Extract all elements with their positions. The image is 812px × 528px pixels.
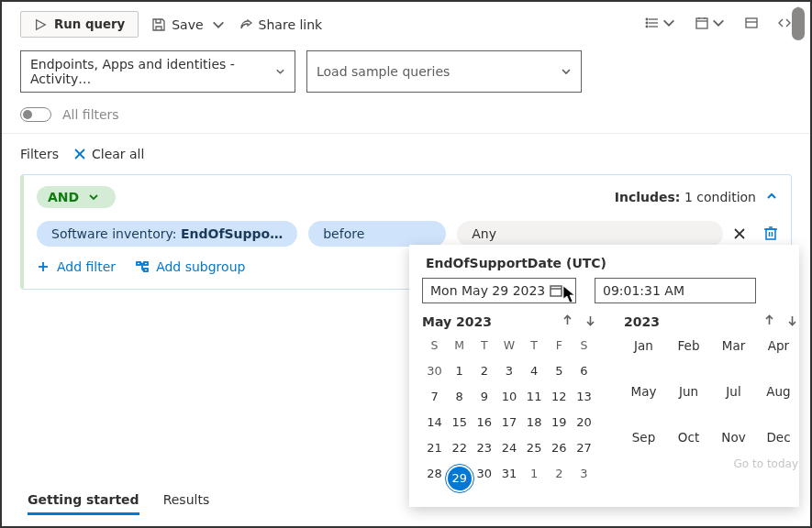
calendar-day[interactable]: 30 [472,460,496,496]
month-cell[interactable]: May [624,384,663,399]
dow-header: S [572,335,596,358]
filter-operator-pill[interactable]: before [308,221,446,247]
calendar-day[interactable]: 9 [472,383,496,409]
filters-title: Filters [20,147,59,161]
code-toolbar-button[interactable] [777,16,792,33]
clear-value-button[interactable] [727,221,752,247]
clear-all-button[interactable]: Clear all [73,147,144,161]
plus-icon [37,260,50,273]
calendar-day[interactable]: 8 [447,383,472,409]
calendar-day[interactable]: 2 [547,460,572,496]
dow-header: M [447,335,472,358]
calendar-day[interactable]: 12 [547,383,572,409]
month-cell[interactable]: Jan [624,338,663,353]
delete-filter-button[interactable] [763,225,778,244]
calendar-day[interactable]: 19 [547,409,572,434]
month-cell[interactable]: Mar [714,338,753,353]
scope-select[interactable]: Endpoints, Apps and identities - Activit… [20,50,295,93]
all-filters-toggle[interactable] [20,107,51,122]
month-cell[interactable]: Aug [759,384,798,399]
svg-point-4 [646,18,648,20]
card-toolbar-button[interactable] [744,16,759,33]
calendar-day[interactable]: 10 [496,383,521,409]
arrow-down-icon [584,314,596,326]
share-icon [239,17,253,32]
scope-select-label: Endpoints, Apps and identities - Activit… [30,57,275,86]
month-cell[interactable]: Apr [759,338,798,353]
list-view-button[interactable] [645,16,676,33]
calendar-day[interactable]: 1 [522,460,547,496]
calendar-day[interactable]: 3 [496,358,521,383]
calendar-day[interactable]: 30 [422,358,447,383]
month-cell[interactable]: Jul [714,384,753,399]
calendar-day[interactable]: 29 [447,460,472,496]
filter-value-pill[interactable]: Any [457,221,723,247]
calendar-day[interactable]: 13 [572,383,596,409]
save-icon [151,17,166,32]
calendar-day[interactable]: 11 [522,383,547,409]
add-filter-button[interactable]: Add filter [37,259,116,274]
tab-bar: Getting started Results [28,492,209,515]
calendar-day[interactable]: 24 [496,434,521,460]
sample-queries-select[interactable]: Load sample queries [306,50,582,93]
svg-rect-26 [144,269,148,271]
calendar-day[interactable]: 15 [447,409,472,434]
add-filter-label: Add filter [57,259,116,274]
svg-point-5 [646,22,648,24]
month-cell[interactable]: Jun [669,384,708,399]
calendar-day[interactable]: 18 [522,409,547,434]
calendar-day[interactable]: 5 [547,358,572,383]
run-query-button[interactable]: Run query [20,11,139,38]
calendar-day[interactable]: 31 [496,460,521,496]
calendar-toolbar-button[interactable] [695,16,726,33]
calendar-day[interactable]: 27 [572,434,596,460]
calendar-day[interactable]: 22 [447,434,472,460]
month-cell[interactable]: Feb [669,338,708,353]
tab-getting-started[interactable]: Getting started [28,492,139,515]
next-month-button[interactable] [584,314,596,329]
month-cell[interactable]: Oct [669,430,708,445]
calendar-day[interactable]: 28 [422,460,447,496]
date-input[interactable]: Mon May 29 2023 [422,278,576,303]
calendar-day[interactable]: 16 [472,409,496,434]
month-cell[interactable]: Nov [714,430,753,445]
code-icon [777,16,792,30]
calendar-day[interactable]: 7 [422,383,447,409]
calendar-day[interactable]: 21 [422,434,447,460]
add-subgroup-button[interactable]: Add subgroup [136,259,245,274]
prev-year-button[interactable] [763,314,775,329]
month-cell[interactable]: Sep [624,430,663,445]
subgroup-icon [136,260,149,273]
next-year-button[interactable] [786,314,798,329]
calendar-day[interactable]: 14 [422,409,447,434]
month-cell[interactable]: Dec [759,430,798,445]
prev-month-button[interactable] [562,314,573,329]
share-label: Share link [259,17,323,32]
scrollbar-thumb[interactable] [792,7,805,40]
share-button[interactable]: Share link [239,17,323,32]
calendar-day[interactable]: 6 [572,358,596,383]
calendar-icon [695,16,709,30]
calendar-day[interactable]: 2 [472,358,496,383]
includes-text: Includes: 1 condition [615,190,756,204]
calendar-day[interactable]: 26 [547,434,572,460]
filter-field-pill[interactable]: Software inventory: EndOfSuppo… [37,221,297,247]
calendar-day[interactable]: 3 [572,460,596,496]
calendar-year-title: 2023 [624,314,660,329]
calendar-day[interactable]: 23 [472,434,496,460]
calendar-day[interactable]: 17 [496,409,521,434]
time-input[interactable]: 09:01:31 AM [595,278,756,303]
calendar-day[interactable]: 1 [447,358,472,383]
chevron-down-icon [561,66,572,77]
calendar-day[interactable]: 4 [522,358,547,383]
calendar-day[interactable]: 20 [572,409,596,434]
tab-results[interactable]: Results [163,492,210,515]
calendar-day[interactable]: 25 [522,434,547,460]
save-button[interactable]: Save [151,17,225,32]
clear-all-label: Clear all [92,147,144,161]
operator-chip[interactable]: AND [37,186,116,208]
chevron-down-icon [711,16,726,30]
go-to-today-button[interactable]: Go to today [624,457,798,470]
chevron-up-icon [765,190,778,203]
collapse-button[interactable] [765,190,778,205]
